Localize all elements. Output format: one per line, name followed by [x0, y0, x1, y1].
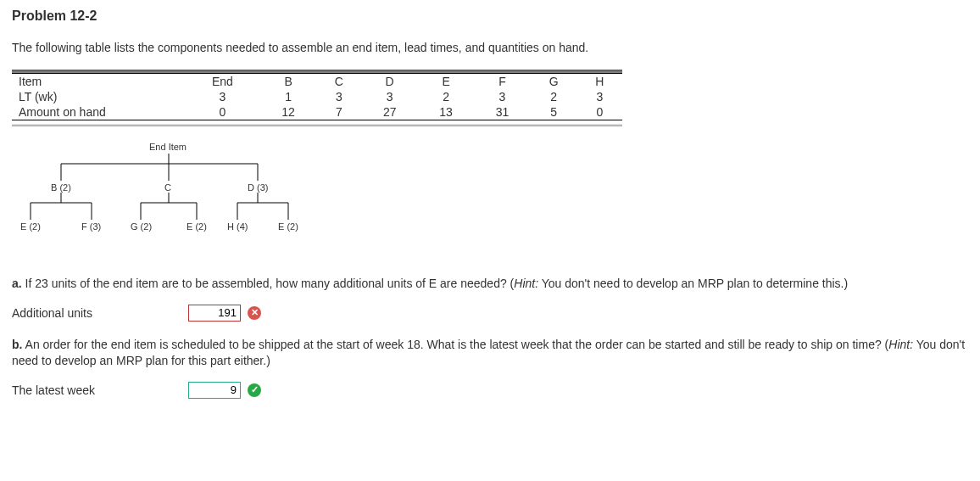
question-b: b. An order for the end item is schedule…	[12, 337, 968, 370]
col-f: F	[474, 74, 530, 90]
question-a: a. If 23 units of the end item are to be…	[12, 276, 968, 293]
tree-connectors	[20, 142, 342, 260]
qa-text: If 23 units of the end item are to be as…	[22, 277, 515, 290]
lt-c: 3	[316, 89, 361, 104]
tree-l1-c: C	[164, 182, 171, 193]
tree-l2-1: F (3)	[81, 221, 101, 232]
qb-answer-input[interactable]: 9	[188, 382, 241, 399]
qb-answer-label: The latest week	[12, 383, 181, 397]
qa-answer-input[interactable]: 191	[188, 305, 241, 322]
data-table: Item End B C D E F G H LT (wk) 3 1 3 3 2…	[12, 70, 622, 126]
row-label-amt: Amount on hand	[12, 104, 185, 120]
row-label-item: Item	[12, 74, 185, 90]
incorrect-icon: ✕	[248, 306, 261, 320]
amt-b: 12	[260, 104, 316, 120]
qb-text: An order for the end item is scheduled t…	[22, 338, 888, 351]
col-g: G	[531, 74, 577, 90]
table-bottom-rule	[12, 124, 622, 126]
amt-c: 7	[316, 104, 361, 120]
qa-answer-label: Additional units	[12, 306, 181, 320]
tree-l2-5: E (2)	[278, 221, 298, 232]
col-h: H	[577, 74, 622, 90]
qb-hint-label: Hint:	[888, 338, 913, 351]
qa-prefix: a.	[12, 277, 22, 290]
amt-g: 5	[531, 104, 577, 120]
amt-h: 0	[577, 104, 622, 120]
tree-l2-3: E (2)	[187, 221, 207, 232]
amt-e: 13	[418, 104, 474, 120]
tree-l1-b: B (2)	[51, 182, 71, 193]
col-end: End	[185, 74, 260, 90]
bom-tree: End Item B (2) C D (3) E (2) F (3) G (2)…	[20, 142, 342, 260]
tree-l1-d: D (3)	[248, 182, 268, 193]
tree-root: End Item	[149, 142, 187, 152]
col-d: D	[361, 74, 417, 90]
amt-end: 0	[185, 104, 260, 120]
problem-intro: The following table lists the components…	[12, 41, 968, 54]
lt-end: 3	[185, 89, 260, 104]
lt-g: 2	[531, 89, 577, 104]
amt-f: 31	[474, 104, 530, 120]
col-b: B	[260, 74, 316, 90]
lt-f: 3	[474, 89, 530, 104]
qb-prefix: b.	[12, 338, 22, 351]
problem-title: Problem 12-2	[12, 8, 968, 24]
amt-d: 27	[361, 104, 417, 120]
lt-d: 3	[361, 89, 417, 104]
qa-hint: You don't need to develop an MRP plan to…	[538, 277, 848, 290]
tree-l2-2: G (2)	[131, 221, 152, 232]
lt-b: 1	[260, 89, 316, 104]
row-label-lt: LT (wk)	[12, 89, 185, 104]
col-c: C	[316, 74, 361, 90]
lt-h: 3	[577, 89, 622, 104]
col-e: E	[418, 74, 474, 90]
tree-l2-0: E (2)	[20, 221, 41, 232]
tree-l2-4: H (4)	[227, 221, 248, 232]
lt-e: 2	[418, 89, 474, 104]
qa-hint-label: Hint:	[514, 277, 538, 290]
correct-icon: ✓	[248, 383, 261, 397]
